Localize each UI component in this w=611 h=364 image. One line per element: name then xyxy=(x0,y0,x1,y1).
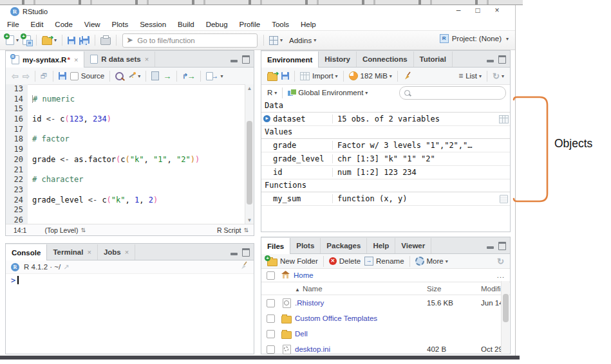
load-workspace-button[interactable]: ➔ xyxy=(265,70,279,82)
env-object-row[interactable]: my_sumfunction (x, y) xyxy=(261,192,510,206)
rerun-button[interactable]: ↱→ xyxy=(180,70,197,82)
minimize-pane-icon[interactable] xyxy=(487,60,494,62)
close-tab-icon[interactable]: × xyxy=(145,55,149,63)
file-checkbox[interactable] xyxy=(267,345,275,354)
file-checkbox[interactable] xyxy=(267,314,275,323)
close-button[interactable]: × xyxy=(491,6,503,15)
tab-environment[interactable]: Environment xyxy=(261,51,319,68)
print-button[interactable] xyxy=(99,34,113,46)
refresh-files-button[interactable]: ↻ xyxy=(495,255,506,268)
select-all-checkbox[interactable] xyxy=(267,271,275,280)
forward-button[interactable]: ⇨ xyxy=(21,70,32,82)
file-checkbox[interactable] xyxy=(267,330,275,338)
rename-button[interactable]: →Rename xyxy=(362,255,406,267)
addins-button[interactable]: Addins▾ xyxy=(285,35,318,46)
menu-build[interactable]: Build xyxy=(172,20,200,29)
close-tab-icon[interactable]: × xyxy=(125,248,129,256)
open-file-button[interactable]: ➔▾ xyxy=(40,34,59,46)
compile-report-button[interactable] xyxy=(149,70,161,82)
breadcrumb-home[interactable]: Home xyxy=(294,271,314,279)
tab-files[interactable]: Files xyxy=(261,238,290,254)
new-project-button[interactable]: +R xyxy=(21,34,33,46)
file-row[interactable]: .Rhistory15.6 KBJun 14, xyxy=(261,295,510,311)
env-object-row[interactable]: grade_levelchr [1:3] "k" "1" "2" xyxy=(261,152,510,166)
maximize-pane-icon[interactable] xyxy=(498,242,506,250)
file-row[interactable]: Custom Office Templates xyxy=(261,311,510,326)
popout-button[interactable]: 🗗︎ xyxy=(39,71,50,81)
scroll-up-icon[interactable]: ▲ xyxy=(245,86,254,91)
open-in-window-icon[interactable]: ↗ xyxy=(63,263,69,271)
menu-edit[interactable]: Edit xyxy=(25,20,50,29)
tab-terminal[interactable]: Terminal× xyxy=(47,244,98,260)
env-object-row[interactable]: gradeFactor w/ 3 levels "1","2","… xyxy=(261,139,510,152)
files-scrollbar[interactable] xyxy=(501,281,509,353)
menu-plots[interactable]: Plots xyxy=(106,20,135,29)
menu-tools[interactable]: Tools xyxy=(266,20,295,29)
memory-usage-button[interactable]: 182 MiB▾ xyxy=(347,70,394,82)
menu-debug[interactable]: Debug xyxy=(200,20,234,29)
environment-search-input[interactable] xyxy=(399,86,506,100)
minimize-pane-icon[interactable] xyxy=(230,253,238,255)
scrollbar-thumb[interactable] xyxy=(503,294,509,322)
more-button[interactable]: More▾ xyxy=(413,255,450,267)
file-name-link[interactable]: desktop.ini xyxy=(295,345,427,353)
file-name-link[interactable]: .Rhistory xyxy=(295,299,427,307)
close-tab-icon[interactable]: × xyxy=(74,56,78,64)
list-view-button[interactable]: ≡List▾ xyxy=(456,70,484,82)
env-object-row[interactable]: ▶dataset15 obs. of 2 variables xyxy=(261,113,510,126)
code-tools-button[interactable]: ▾ xyxy=(126,71,142,82)
column-name[interactable]: ▲Name xyxy=(295,285,427,293)
tab-plots[interactable]: Plots xyxy=(290,238,321,253)
clear-environment-button[interactable] xyxy=(401,70,414,82)
tab-my-syntax-r[interactable]: my-syntax.R*× xyxy=(6,51,84,68)
scope-selector[interactable]: (Top Level) xyxy=(44,226,78,234)
tab-help[interactable]: Help xyxy=(367,238,395,253)
close-tab-icon[interactable]: × xyxy=(87,248,91,256)
expand-icon[interactable]: ▶ xyxy=(263,115,270,122)
env-object-row[interactable]: idnum [1:2] 123 234 xyxy=(261,166,510,179)
delete-button[interactable]: ✕Delete xyxy=(327,256,362,266)
language-selector[interactable]: R▾ xyxy=(265,87,279,98)
goto-file-input[interactable]: ➤ Go to file/function xyxy=(122,33,258,48)
source-script-button[interactable]: →▾ xyxy=(204,70,225,82)
scrollbar-thumb[interactable] xyxy=(247,121,252,205)
tab-packages[interactable]: Packages xyxy=(321,238,367,253)
environment-scope-selector[interactable]: Global Environment▾ xyxy=(286,87,370,98)
clear-console-button[interactable] xyxy=(240,261,249,273)
tab-connections[interactable]: Connections xyxy=(357,51,414,67)
tab-history[interactable]: History xyxy=(319,51,357,67)
maximize-pane-icon[interactable] xyxy=(242,248,250,257)
tab-r-data-sets[interactable]: R data sets× xyxy=(84,51,155,67)
console-input-area[interactable]: > xyxy=(6,274,254,287)
menu-session[interactable]: Session xyxy=(134,20,172,29)
tab-tutorial[interactable]: Tutorial xyxy=(414,51,453,67)
run-button[interactable]: → xyxy=(161,70,173,82)
minimize-pane-icon[interactable] xyxy=(487,246,494,249)
menu-profile[interactable]: Profile xyxy=(234,20,267,29)
new-folder-button[interactable]: +New Folder xyxy=(265,255,320,268)
import-dataset-button[interactable]: Import▾ xyxy=(298,71,340,82)
tab-jobs[interactable]: Jobs× xyxy=(98,244,135,260)
save-button[interactable] xyxy=(66,35,77,46)
pane-layout-button[interactable]: ▾ xyxy=(267,35,285,46)
file-name-link[interactable]: Dell xyxy=(295,330,427,338)
editor-scrollbar[interactable]: ▲ ▼ xyxy=(245,84,254,224)
project-menu-button[interactable]: R Project: (None) ▾ xyxy=(440,34,509,43)
maximize-pane-icon[interactable] xyxy=(242,55,250,64)
menu-view[interactable]: View xyxy=(79,20,106,29)
new-file-button[interactable]: +▾ xyxy=(4,34,21,46)
find-replace-button[interactable] xyxy=(113,71,126,82)
tab-viewer[interactable]: Viewer xyxy=(395,238,431,253)
minimize-button[interactable]: – xyxy=(452,6,465,15)
save-all-button[interactable] xyxy=(77,35,91,46)
file-name-link[interactable]: Custom Office Templates xyxy=(295,314,427,322)
maximize-pane-icon[interactable] xyxy=(498,55,506,64)
refresh-environment-button[interactable]: ↻▾ xyxy=(491,70,506,82)
back-button[interactable]: ⇦ xyxy=(10,70,21,82)
file-checkbox[interactable] xyxy=(267,299,275,307)
breadcrumb-ellipsis-button[interactable]: ... xyxy=(497,271,505,279)
minimize-pane-icon[interactable] xyxy=(230,60,238,62)
menu-code[interactable]: Code xyxy=(49,20,79,29)
doc-type-selector[interactable]: R Script xyxy=(217,226,241,234)
maximize-button[interactable]: □ xyxy=(471,6,484,15)
